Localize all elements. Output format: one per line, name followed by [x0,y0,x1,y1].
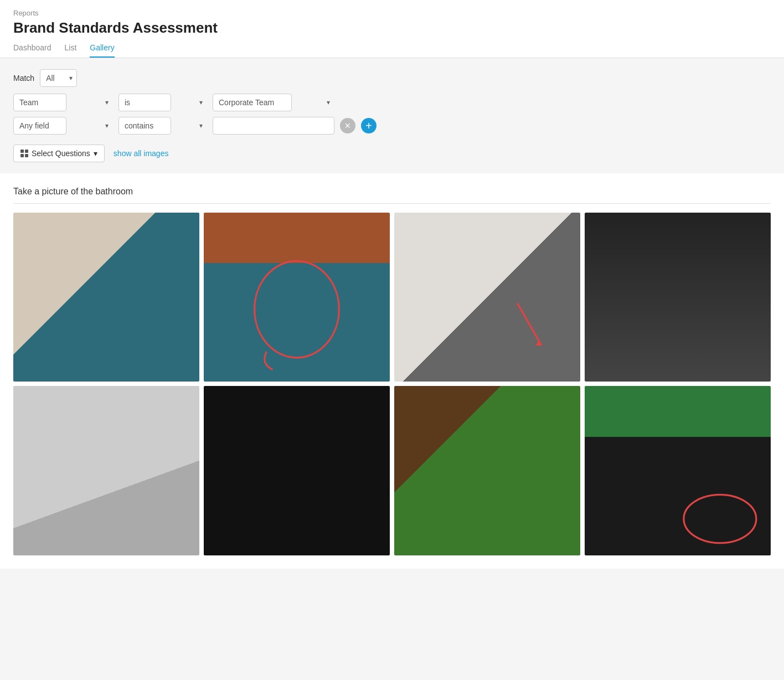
select-questions-button[interactable]: Select Questions ▾ [13,145,105,162]
field-select-2-wrapper: Any field Team [13,117,113,135]
svg-point-0 [255,261,339,358]
filter-area: Match All Any Team Any field is is not c… [0,58,784,173]
field-select-1-wrapper: Team Any field [13,94,113,111]
section-divider [13,203,771,204]
image-cell-8[interactable] [585,386,771,555]
breadcrumb: Reports [13,9,771,17]
filter-row-2: Any field Team contains is is not ✕ + [13,117,771,135]
svg-point-3 [684,495,756,543]
value-text-input-2[interactable] [213,117,334,135]
image-cell-5[interactable] [13,386,199,555]
image-cell-1[interactable] [13,213,199,382]
match-select-wrapper: All Any [40,69,77,87]
clear-filter-button[interactable]: ✕ [340,118,355,133]
chevron-down-icon: ▾ [94,149,97,158]
image-cell-4[interactable] [585,213,771,382]
field-select-2[interactable]: Any field Team [13,117,66,135]
image-cell-2[interactable] [204,213,390,382]
select-questions-label: Select Questions [32,149,90,158]
toolbar-row: Select Questions ▾ show all images [13,140,771,162]
match-select[interactable]: All Any [40,69,77,87]
field-select-1[interactable]: Team Any field [13,94,66,111]
filter-row-1: Team Any field is is not contains Corpor… [13,94,771,111]
page-title: Brand Standards Assessment [13,19,771,37]
image-grid [13,213,771,555]
annotation-svg [204,213,390,382]
value-select-1-wrapper: Corporate Team Team A Team B [213,94,334,111]
match-row: Match All Any [13,69,771,87]
add-icon: + [365,120,372,131]
image-cell-3[interactable] [394,213,580,382]
svg-line-1 [518,303,542,346]
header: Reports Brand Standards Assessment Dashb… [0,0,784,58]
tab-bar: Dashboard List Gallery [13,43,771,58]
operator-select-1[interactable]: is is not contains [118,94,171,111]
add-filter-button[interactable]: + [361,118,376,133]
image-cell-6[interactable] [204,386,390,555]
operator-select-2-wrapper: contains is is not [118,117,207,135]
operator-select-2[interactable]: contains is is not [118,117,171,135]
match-label: Match [13,74,34,83]
operator-select-1-wrapper: is is not contains [118,94,207,111]
annotation-svg-8 [585,386,771,555]
tab-gallery[interactable]: Gallery [90,43,114,58]
section-title: Take a picture of the bathroom [13,187,771,197]
grid-icon [20,150,28,157]
tab-list[interactable]: List [65,43,77,58]
tab-dashboard[interactable]: Dashboard [13,43,51,58]
clear-icon: ✕ [344,121,351,130]
image-cell-7[interactable] [394,386,580,555]
show-all-images-link[interactable]: show all images [114,149,169,158]
value-select-1[interactable]: Corporate Team Team A Team B [213,94,292,111]
annotation-svg-3 [394,213,580,382]
main-content: Take a picture of the bathroom [0,173,784,569]
